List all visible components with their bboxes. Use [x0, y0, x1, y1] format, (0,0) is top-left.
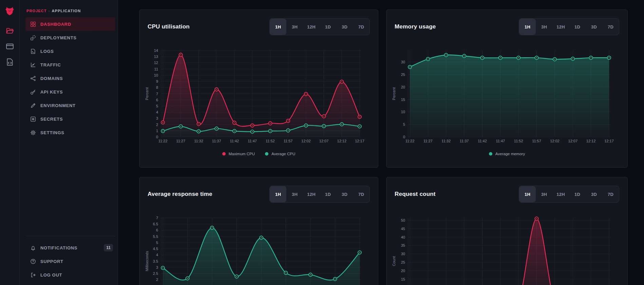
range-button-1d[interactable]: 1D [569, 186, 586, 202]
sidebar-item-label: SECRETS [40, 117, 63, 122]
range-button-1h[interactable]: 1H [270, 19, 286, 35]
svg-text:2: 2 [156, 123, 158, 127]
sidebar-item-settings[interactable]: SETTINGS [25, 126, 115, 139]
sidebar-item-support[interactable]: SUPPORT [25, 255, 115, 268]
range-button-12h[interactable]: 12H [303, 186, 320, 202]
sidebar-item-label: API KEYS [40, 89, 63, 95]
panel-title: Average response time [148, 191, 212, 198]
sidebar-item-dashboard[interactable]: DASHBOARD [25, 17, 115, 31]
svg-text:12:02: 12:02 [550, 139, 560, 143]
range-button-7d[interactable]: 7D [353, 19, 370, 35]
sidebar-nav: DASHBOARDDEPLOYMENTSLOGSTRAFFICDOMAINSAP… [20, 17, 118, 139]
legend-item[interactable]: Average CPU [265, 152, 295, 156]
sidebar-item-label: NOTIFICATIONS [40, 245, 77, 250]
legend-item[interactable]: Maximum CPU [222, 152, 255, 156]
svg-text:20: 20 [401, 85, 405, 89]
nest-cat-logo[interactable] [4, 5, 15, 17]
svg-text:2.5: 2.5 [153, 271, 158, 276]
range-button-7d[interactable]: 7D [602, 19, 619, 35]
svg-text:30: 30 [401, 60, 405, 64]
svg-text:40: 40 [401, 235, 405, 239]
sidebar-item-domains[interactable]: DOMAINS [25, 72, 115, 85]
legend-label: Average CPU [271, 152, 295, 156]
breadcrumb-separator: › [49, 9, 50, 13]
svg-text:11:27: 11:27 [176, 139, 185, 143]
svg-text:20: 20 [401, 269, 405, 273]
svg-text:7: 7 [156, 216, 158, 220]
sidebar-item-label: LOG OUT [40, 272, 62, 278]
svg-text:30: 30 [401, 252, 405, 256]
range-button-3d[interactable]: 3D [336, 186, 353, 202]
svg-text:25: 25 [401, 73, 405, 77]
help-icon [30, 259, 36, 264]
range-button-3h[interactable]: 3H [286, 186, 303, 202]
secrets-icon [30, 116, 36, 122]
sidebar-item-logs[interactable]: LOGS [25, 44, 115, 58]
range-button-7d[interactable]: 7D [602, 186, 619, 202]
range-button-12h[interactable]: 12H [552, 186, 569, 202]
legend-item[interactable]: Average memory [489, 152, 525, 156]
range-button-1h[interactable]: 1H [519, 186, 536, 202]
range-button-1d[interactable]: 1D [569, 19, 586, 35]
range-button-3h[interactable]: 3H [286, 19, 303, 35]
range-button-1h[interactable]: 1H [519, 19, 536, 35]
range-button-12h[interactable]: 12H [303, 19, 320, 35]
svg-text:5: 5 [156, 104, 158, 108]
sidebar-item-log-out[interactable]: LOG OUT [25, 268, 115, 282]
svg-text:11:42: 11:42 [230, 139, 239, 143]
range-button-12h[interactable]: 12H [552, 19, 569, 35]
credit-card-icon[interactable] [6, 42, 14, 50]
deployments-icon [30, 35, 36, 41]
legend-dot-icon [265, 152, 268, 156]
pen-icon [30, 103, 36, 108]
sidebar-item-label: DEPLOYMENTS [40, 35, 77, 40]
svg-text:25: 25 [401, 260, 405, 264]
dashboard-grid: CPU utilisation1H3H12H1D3D7D012345678910… [118, 0, 644, 285]
range-button-1h[interactable]: 1H [270, 186, 286, 202]
sidebar-item-notifications[interactable]: NOTIFICATIONS11 [25, 241, 115, 255]
range-button-3d[interactable]: 3D [586, 186, 602, 202]
range-button-1d[interactable]: 1D [320, 19, 336, 35]
breadcrumb-project[interactable]: PROJECT [26, 9, 47, 13]
range-button-3h[interactable]: 3H [536, 19, 552, 35]
folder-open-icon[interactable] [6, 27, 14, 35]
dashboard-icon [30, 21, 36, 27]
sidebar-item-label: DASHBOARD [40, 22, 71, 27]
panel-header: Request count1H3H12H1D3D7D [386, 177, 627, 203]
svg-text:3: 3 [156, 116, 158, 120]
svg-text:5: 5 [156, 241, 158, 245]
range-button-1d[interactable]: 1D [320, 186, 336, 202]
svg-text:11:57: 11:57 [284, 139, 293, 143]
svg-text:5: 5 [403, 122, 405, 126]
range-button-3h[interactable]: 3H [536, 186, 552, 202]
svg-text:50: 50 [401, 218, 405, 222]
sidebar-item-api-keys[interactable]: API KEYS [25, 85, 115, 99]
chart-cpu-utilisation: 0123456789101112131411:2211:2711:3211:37… [139, 36, 378, 148]
svg-text:4: 4 [156, 253, 158, 257]
range-button-3d[interactable]: 3D [586, 19, 602, 35]
svg-text:4.5: 4.5 [153, 247, 158, 251]
svg-text:3: 3 [156, 265, 158, 269]
svg-text:11:22: 11:22 [405, 139, 415, 143]
svg-text:15: 15 [401, 277, 405, 281]
legend-dot-icon [222, 152, 226, 156]
chart-legend: Maximum CPUAverage CPU [139, 152, 378, 156]
svg-text:11:57: 11:57 [532, 139, 541, 143]
svg-text:11:37: 11:37 [460, 139, 469, 143]
svg-text:11:32: 11:32 [194, 139, 203, 143]
svg-text:12:07: 12:07 [568, 139, 578, 143]
sidebar-item-environment[interactable]: ENVIRONMENT [25, 99, 115, 112]
code-file-icon[interactable] [6, 58, 14, 66]
svg-text:3.5: 3.5 [153, 259, 158, 263]
gear-icon [30, 130, 36, 136]
svg-text:11:22: 11:22 [158, 139, 168, 143]
sidebar-item-deployments[interactable]: DEPLOYMENTS [25, 31, 115, 44]
sidebar-item-traffic[interactable]: TRAFFIC [25, 58, 115, 72]
svg-text:10: 10 [154, 73, 158, 77]
range-button-7d[interactable]: 7D [353, 186, 370, 202]
sidebar: PROJECT›APPLICATION DASHBOARDDEPLOYMENTS… [0, 0, 118, 285]
range-button-3d[interactable]: 3D [336, 19, 353, 35]
sidebar-item-secrets[interactable]: SECRETS [25, 112, 115, 126]
svg-text:35: 35 [401, 243, 405, 247]
svg-text:11:52: 11:52 [266, 139, 275, 143]
